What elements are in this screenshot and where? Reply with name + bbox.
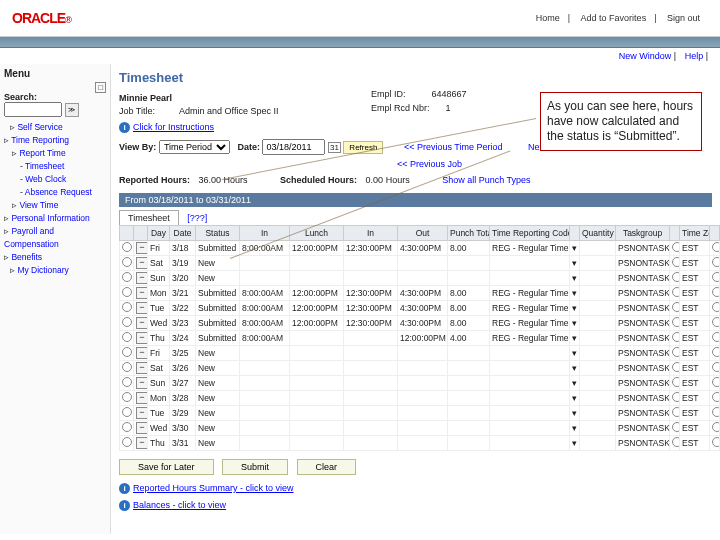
row-radio[interactable] <box>122 272 132 282</box>
tz-cell[interactable]: EST <box>680 286 710 301</box>
punch-types-link[interactable]: Show all Punch Types <box>442 175 530 185</box>
help-link[interactable]: Help <box>685 51 704 61</box>
tz-cell[interactable]: EST <box>680 361 710 376</box>
dropdown-icon[interactable]: ▾ <box>572 288 577 298</box>
dropdown-icon[interactable]: ▾ <box>572 273 577 283</box>
lookup-icon[interactable] <box>712 392 720 402</box>
taskgroup-cell[interactable]: PSNONTASK <box>616 301 670 316</box>
lunch-cell[interactable] <box>290 361 344 376</box>
lookup-icon[interactable] <box>712 302 720 312</box>
out-cell[interactable]: 4:30:00PM <box>398 286 448 301</box>
out-cell[interactable] <box>398 256 448 271</box>
row-radio[interactable] <box>122 242 132 252</box>
taskgroup-cell[interactable]: PSNONTASK <box>616 376 670 391</box>
qty-cell[interactable] <box>580 391 616 406</box>
lookup-icon[interactable] <box>712 407 720 417</box>
nav-item[interactable]: ▹ Payroll and Compensation <box>4 225 106 251</box>
taskgroup-cell[interactable]: PSNONTASK <box>616 421 670 436</box>
tz-cell[interactable]: EST <box>680 376 710 391</box>
tab-other[interactable]: [???] <box>181 211 213 225</box>
tab-timesheet[interactable]: Timesheet <box>119 210 179 225</box>
lookup-icon[interactable] <box>672 272 680 282</box>
lunch-cell[interactable] <box>290 256 344 271</box>
tz-cell[interactable]: EST <box>680 421 710 436</box>
in1-cell[interactable] <box>240 406 290 421</box>
in2-cell[interactable]: 12:30:00PM <box>344 286 398 301</box>
trc-cell[interactable] <box>490 346 570 361</box>
row-radio[interactable] <box>122 347 132 357</box>
favorites-link[interactable]: Add to Favorites <box>581 13 647 23</box>
trc-cell[interactable]: REG - Regular Time <box>490 241 570 256</box>
out-cell[interactable]: 4:30:00PM <box>398 316 448 331</box>
prev-job-link[interactable]: << Previous Job <box>397 159 462 169</box>
dropdown-icon[interactable]: ▾ <box>572 423 577 433</box>
lookup-icon[interactable] <box>712 422 720 432</box>
collapse-icon[interactable]: □ <box>95 82 106 93</box>
lookup-icon[interactable] <box>672 257 680 267</box>
lookup-icon[interactable] <box>712 272 720 282</box>
in2-cell[interactable] <box>344 256 398 271</box>
lunch-cell[interactable] <box>290 331 344 346</box>
trc-cell[interactable] <box>490 406 570 421</box>
dropdown-icon[interactable]: ▾ <box>572 258 577 268</box>
lookup-icon[interactable] <box>712 287 720 297</box>
row-radio[interactable] <box>122 317 132 327</box>
in2-cell[interactable] <box>344 331 398 346</box>
lunch-cell[interactable]: 12:00:00PM <box>290 286 344 301</box>
delete-row-icon[interactable]: − <box>136 347 148 359</box>
trc-cell[interactable] <box>490 361 570 376</box>
tz-cell[interactable]: EST <box>680 406 710 421</box>
qty-cell[interactable] <box>580 271 616 286</box>
delete-row-icon[interactable]: − <box>136 272 148 284</box>
lunch-cell[interactable] <box>290 271 344 286</box>
lookup-icon[interactable] <box>712 332 720 342</box>
nav-item[interactable]: - Absence Request <box>4 186 106 199</box>
taskgroup-cell[interactable]: PSNONTASK <box>616 271 670 286</box>
qty-cell[interactable] <box>580 316 616 331</box>
trc-cell[interactable]: REG - Regular Time <box>490 331 570 346</box>
home-link[interactable]: Home <box>536 13 560 23</box>
lookup-icon[interactable] <box>712 347 720 357</box>
qty-cell[interactable] <box>580 331 616 346</box>
prev-period-link[interactable]: << Previous Time Period <box>404 142 503 152</box>
in1-cell[interactable]: 8:00:00AM <box>240 241 290 256</box>
in2-cell[interactable]: 12:30:00PM <box>344 316 398 331</box>
in1-cell[interactable] <box>240 376 290 391</box>
qty-cell[interactable] <box>580 421 616 436</box>
nav-item[interactable]: ▹ Report Time <box>4 147 106 160</box>
lookup-icon[interactable] <box>672 407 680 417</box>
clear-button[interactable]: Clear <box>297 459 357 475</box>
taskgroup-cell[interactable]: PSNONTASK <box>616 256 670 271</box>
qty-cell[interactable] <box>580 406 616 421</box>
lookup-icon[interactable] <box>672 242 680 252</box>
lookup-icon[interactable] <box>712 362 720 372</box>
in1-cell[interactable] <box>240 271 290 286</box>
dropdown-icon[interactable]: ▾ <box>572 408 577 418</box>
row-radio[interactable] <box>122 392 132 402</box>
hours-summary-link[interactable]: iReported Hours Summary - click to view <box>119 483 712 494</box>
in1-cell[interactable] <box>240 421 290 436</box>
nav-item[interactable]: - Timesheet <box>4 160 106 173</box>
in2-cell[interactable]: 12:30:00PM <box>344 301 398 316</box>
lunch-cell[interactable] <box>290 421 344 436</box>
lookup-icon[interactable] <box>712 242 720 252</box>
lookup-icon[interactable] <box>672 392 680 402</box>
lunch-cell[interactable]: 12:00:00PM <box>290 301 344 316</box>
nav-item[interactable]: ▹ Self Service <box>4 121 106 134</box>
delete-row-icon[interactable]: − <box>136 242 148 254</box>
in2-cell[interactable] <box>344 406 398 421</box>
out-cell[interactable] <box>398 436 448 451</box>
in1-cell[interactable] <box>240 346 290 361</box>
in2-cell[interactable] <box>344 271 398 286</box>
taskgroup-cell[interactable]: PSNONTASK <box>616 316 670 331</box>
row-radio[interactable] <box>122 362 132 372</box>
trc-cell[interactable]: REG - Regular Time <box>490 286 570 301</box>
dropdown-icon[interactable]: ▾ <box>572 378 577 388</box>
date-input[interactable] <box>262 139 325 155</box>
lookup-icon[interactable] <box>712 437 720 447</box>
lookup-icon[interactable] <box>672 377 680 387</box>
trc-cell[interactable] <box>490 376 570 391</box>
in1-cell[interactable] <box>240 256 290 271</box>
taskgroup-cell[interactable]: PSNONTASK <box>616 391 670 406</box>
in1-cell[interactable]: 8:00:00AM <box>240 316 290 331</box>
